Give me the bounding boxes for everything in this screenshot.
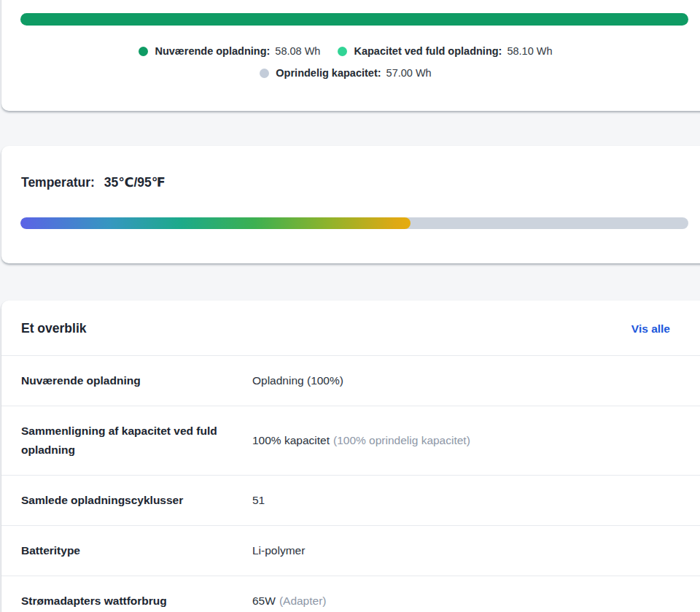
row-label: Sammenligning af kapacitet ved fuld opla… xyxy=(21,422,242,460)
table-row: Batteritype Li-polymer xyxy=(1,525,700,576)
table-row: Sammenligning af kapacitet ved fuld opla… xyxy=(1,406,700,475)
legend-item-current-charge: Nuværende opladning: 58.08 Wh xyxy=(139,45,320,57)
full-charge-capacity-dot-icon xyxy=(338,47,347,56)
row-value-muted: (100% oprindelig kapacitet) xyxy=(333,434,470,446)
row-label: Samlede opladningscyklusser xyxy=(21,491,242,510)
row-value: 65W(Adapter) xyxy=(252,592,700,611)
overview-card: Et overblik Vis alle Nuværende opladning… xyxy=(1,301,700,612)
row-value-muted: (Adapter) xyxy=(279,594,327,607)
temperature-title: Temperatur:35℃/95℉ xyxy=(21,175,166,190)
battery-legend: Nuværende opladning: 58.08 Wh Kapacitet … xyxy=(1,45,690,79)
legend-item-full-charge-capacity: Kapacitet ved fuld opladning: 58.10 Wh xyxy=(338,45,552,57)
view-all-link[interactable]: Vis alle xyxy=(631,322,670,336)
row-value-main: 65W xyxy=(252,594,276,607)
legend-label: Kapacitet ved fuld opladning: xyxy=(354,45,502,57)
temperature-bar-track xyxy=(20,217,688,229)
row-label: Nuværende opladning xyxy=(21,371,242,390)
row-value-main: 51 xyxy=(252,494,265,506)
temperature-value: 35℃/95℉ xyxy=(104,175,166,190)
temperature-bar-fill xyxy=(20,217,411,229)
row-label: Batteritype xyxy=(21,541,242,560)
table-row: Strømadapters wattforbrug 65W(Adapter) xyxy=(1,576,700,612)
legend-value: 58.08 Wh xyxy=(275,45,320,57)
overview-title: Et overblik xyxy=(21,321,86,336)
temperature-card: Temperatur:35℃/95℉ xyxy=(1,146,700,263)
row-value: Opladning (100%) xyxy=(252,371,700,390)
row-value: Li-polymer xyxy=(252,541,700,560)
battery-charge-card: Nuværende opladning: 58.08 Wh Kapacitet … xyxy=(1,0,700,111)
legend-label: Nuværende opladning: xyxy=(155,45,270,57)
row-value-main: Li-polymer xyxy=(252,544,305,557)
current-charge-dot-icon xyxy=(139,47,148,56)
legend-row-2: Oprindelig kapacitet: 57.00 Wh xyxy=(260,67,431,79)
original-capacity-dot-icon xyxy=(260,69,269,78)
table-row: Samlede opladningscyklusser 51 xyxy=(1,475,700,525)
legend-item-original-capacity: Oprindelig kapacitet: 57.00 Wh xyxy=(260,67,431,79)
overview-header: Et overblik Vis alle xyxy=(1,301,700,355)
row-label: Strømadapters wattforbrug xyxy=(21,592,242,611)
row-value: 51 xyxy=(252,491,700,510)
legend-value: 57.00 Wh xyxy=(386,67,432,79)
row-value-main: Opladning (100%) xyxy=(252,374,343,387)
legend-row-1: Nuværende opladning: 58.08 Wh Kapacitet … xyxy=(139,45,552,57)
table-row: Nuværende opladning Opladning (100%) xyxy=(1,355,700,406)
row-value-main: 100% kapacitet xyxy=(252,434,330,446)
legend-label: Oprindelig kapacitet: xyxy=(276,67,381,79)
legend-value: 58.10 Wh xyxy=(507,45,552,57)
row-value: 100% kapacitet(100% oprindelig kapacitet… xyxy=(252,431,700,450)
battery-level-bar xyxy=(20,13,688,26)
temperature-label: Temperatur: xyxy=(21,175,95,190)
